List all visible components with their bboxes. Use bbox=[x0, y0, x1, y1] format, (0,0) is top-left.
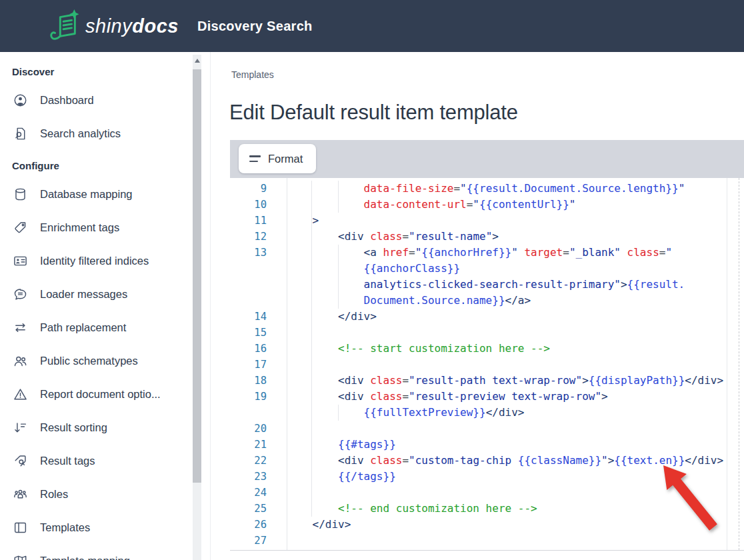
code-line-16[interactable]: 16 <!-- start customization here --> bbox=[230, 341, 744, 357]
code-text: <!-- end customization here --> bbox=[287, 501, 537, 517]
indent-guide bbox=[338, 181, 339, 213]
sidebar-item-report-document-optio[interactable]: Report document optio... bbox=[0, 377, 210, 411]
sidebar-item-label: Enrichment tags bbox=[40, 221, 119, 234]
line-number: 24 bbox=[230, 485, 287, 501]
scroll-up-button[interactable] bbox=[193, 55, 201, 67]
code-line-21[interactable]: 21 {{#tags}} bbox=[230, 437, 744, 453]
app-header: shinydocs Discovery Search bbox=[0, 0, 744, 52]
shinydocs-logo-icon bbox=[49, 8, 80, 44]
public-schematypes-icon bbox=[13, 353, 29, 369]
sidebar-scrollbar[interactable] bbox=[193, 55, 201, 560]
code-text: <div class="result-name"> bbox=[287, 229, 499, 245]
code-text: Document.Source.name}}</a> bbox=[287, 293, 531, 309]
code-line-10[interactable]: 10 data-content-url="{{contentUrl}}" bbox=[230, 197, 744, 213]
page-title: Edit Default result item template bbox=[229, 101, 518, 125]
code-text: <div class="result-path text-wrap-row">{… bbox=[287, 373, 723, 389]
code-text: <a href="{{anchorHref}}" target="_blank"… bbox=[287, 245, 672, 261]
line-number: 14 bbox=[230, 309, 287, 325]
code-text: data-file-size="{{result.Document.Source… bbox=[287, 181, 685, 197]
result-sorting-icon bbox=[13, 419, 29, 435]
code-line-9[interactable]: 9 data-file-size="{{result.Document.Sour… bbox=[230, 181, 744, 197]
code-text: {{fullTextPreview}}</div> bbox=[287, 405, 524, 421]
breadcrumb-templates[interactable]: Templates bbox=[231, 69, 274, 80]
line-number bbox=[230, 277, 287, 293]
sidebar-item-dashboard[interactable]: Dashboard bbox=[0, 83, 210, 117]
line-number bbox=[230, 405, 287, 421]
roles-icon bbox=[13, 486, 29, 502]
line-number: 19 bbox=[230, 389, 287, 405]
red-annotation-arrow bbox=[650, 459, 721, 536]
code-line-wrap[interactable]: {{fullTextPreview}}</div> bbox=[230, 405, 744, 421]
code-line-17[interactable]: 17 bbox=[230, 357, 744, 373]
format-icon bbox=[249, 155, 261, 162]
sidebar: DiscoverDashboardSearch analyticsConfigu… bbox=[0, 52, 211, 560]
sidebar-item-result-sorting[interactable]: Result sorting bbox=[0, 411, 210, 444]
code-text: {{#tags}} bbox=[287, 437, 396, 453]
line-number: 23 bbox=[230, 469, 287, 485]
code-line-wrap[interactable]: Document.Source.name}}</a> bbox=[230, 293, 744, 309]
code-text: {{anchorClass}} bbox=[287, 261, 460, 277]
sidebar-item-identity-filtered-indices[interactable]: Identity filtered indices bbox=[0, 244, 210, 277]
sidebar-item-result-tags[interactable]: Result tags bbox=[0, 444, 210, 477]
result-tags-icon bbox=[13, 453, 29, 469]
code-text: <!-- start customization here --> bbox=[287, 341, 550, 357]
sidebar-item-templates[interactable]: Templates bbox=[0, 511, 210, 544]
sidebar-scrollbar-thumb[interactable] bbox=[193, 69, 201, 483]
sidebar-item-roles[interactable]: Roles bbox=[0, 477, 210, 511]
line-number: 27 bbox=[230, 533, 287, 549]
search-analytics-icon bbox=[13, 125, 29, 141]
editor-right-edge bbox=[739, 178, 739, 550]
identity-card-icon bbox=[13, 253, 29, 269]
indent-guide bbox=[338, 245, 339, 309]
line-number bbox=[230, 261, 287, 277]
gutter-border bbox=[287, 178, 287, 550]
sidebar-item-label: Templates bbox=[40, 521, 90, 534]
sidebar-item-label: Report document optio... bbox=[40, 388, 161, 401]
sidebar-item-label: Path replacement bbox=[40, 321, 126, 334]
line-number: 22 bbox=[230, 453, 287, 469]
format-button[interactable]: Format bbox=[239, 144, 316, 173]
code-line-12[interactable]: 12 <div class="result-name"> bbox=[230, 229, 744, 245]
sidebar-item-label: Roles bbox=[40, 488, 68, 501]
code-text: </div> bbox=[287, 309, 377, 325]
code-line-wrap[interactable]: analytics-clicked-search-result-primary"… bbox=[230, 277, 744, 293]
line-number: 11 bbox=[230, 213, 287, 229]
code-text: analytics-clicked-search-result-primary"… bbox=[287, 277, 685, 293]
code-line-15[interactable]: 15 bbox=[230, 325, 744, 341]
code-line-19[interactable]: 19 <div class="result-preview text-wrap-… bbox=[230, 389, 744, 405]
code-text: data-content-url="{{contentUrl}}" bbox=[287, 197, 576, 213]
sidebar-item-label: Identity filtered indices bbox=[40, 255, 149, 267]
template-mapping-icon bbox=[13, 553, 29, 560]
print-margin-line bbox=[727, 178, 727, 550]
line-number: 26 bbox=[230, 517, 287, 533]
indent-guide bbox=[338, 405, 339, 421]
sidebar-item-template-mapping[interactable]: Template mapping bbox=[0, 544, 210, 560]
sidebar-item-search-analytics[interactable]: Search analytics bbox=[0, 117, 210, 150]
line-number: 21 bbox=[230, 437, 287, 453]
sidebar-item-enrichment-tags[interactable]: Enrichment tags bbox=[0, 211, 210, 244]
sidebar-item-label: Public schematypes bbox=[40, 355, 138, 367]
shinydocs-logo: shinydocs bbox=[49, 8, 179, 44]
database-mapping-icon bbox=[13, 186, 29, 202]
code-line-wrap[interactable]: {{anchorClass}} bbox=[230, 261, 744, 277]
sidebar-item-path-replacement[interactable]: Path replacement bbox=[0, 311, 210, 344]
brand-text: shinydocs bbox=[85, 15, 179, 37]
app-title: Discovery Search bbox=[197, 19, 313, 34]
line-number: 9 bbox=[230, 181, 287, 197]
line-number: 16 bbox=[230, 341, 287, 357]
code-line-13[interactable]: 13 <a href="{{anchorHref}}" target="_bla… bbox=[230, 245, 744, 261]
section-label-configure: Configure bbox=[0, 158, 210, 174]
line-number: 25 bbox=[230, 501, 287, 517]
indent-guide bbox=[311, 181, 312, 517]
dashboard-icon bbox=[13, 92, 29, 108]
code-line-18[interactable]: 18 <div class="result-path text-wrap-row… bbox=[230, 373, 744, 389]
sidebar-item-label: Result sorting bbox=[40, 421, 107, 434]
code-line-14[interactable]: 14 </div> bbox=[230, 309, 744, 325]
sidebar-item-public-schematypes[interactable]: Public schematypes bbox=[0, 344, 210, 377]
sidebar-item-database-mapping[interactable]: Database mapping bbox=[0, 177, 210, 211]
code-line-20[interactable]: 20 bbox=[230, 421, 744, 437]
editor-toolbar: Format bbox=[230, 140, 744, 178]
code-line-11[interactable]: 11 > bbox=[230, 213, 744, 229]
code-text: > bbox=[287, 213, 319, 229]
sidebar-item-loader-messages[interactable]: Loader messages bbox=[0, 277, 210, 311]
